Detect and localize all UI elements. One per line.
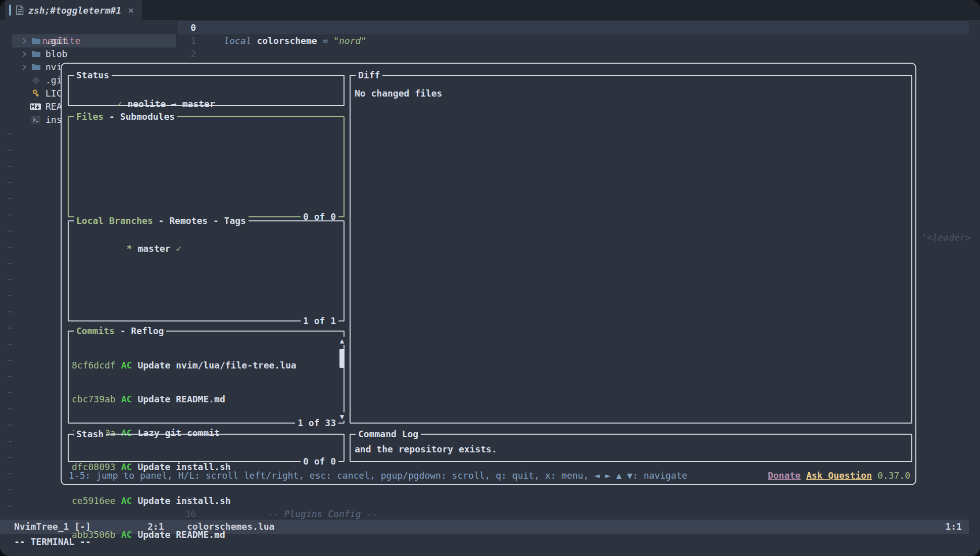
- panel-title-commits: Commits - Reflog: [74, 325, 166, 338]
- panel-commits[interactable]: Commits - Reflog 8cf6dcdfACUpdate nvim/l…: [68, 331, 345, 424]
- close-icon[interactable]: ×: [128, 5, 134, 15]
- commits-count: 1 of 33: [295, 416, 338, 430]
- commit-row[interactable]: 8cf6dcdfACUpdate nvim/lua/file-tree.lua: [72, 359, 344, 372]
- panel-title-status[interactable]: Status: [74, 69, 112, 82]
- keybindings-text: 1-5: jump to panel, H/L: scroll left/rig…: [69, 469, 688, 482]
- key-icon: [31, 89, 40, 98]
- code-line[interactable]: local colorscheme = "nord": [202, 21, 366, 34]
- folder-icon: [31, 36, 41, 45]
- tree-item-install[interactable]: ins: [0, 113, 22, 126]
- folder-icon: [31, 63, 41, 72]
- version-label: 0.37.0: [877, 469, 910, 482]
- line-number: 2: [171, 48, 196, 61]
- panel-branches[interactable]: Local Branches - Remotes - Tags * master…: [68, 220, 345, 321]
- leader-pending-hint: '<leader>: [921, 231, 971, 244]
- code-line[interactable]: if colorscheme == "onedark" then: [202, 48, 399, 61]
- git-diamond-icon: [31, 76, 40, 85]
- diff-content: No changed files: [351, 88, 911, 99]
- panel-stash[interactable]: Stash 0 of 0: [68, 434, 345, 462]
- tree-item-nvim[interactable]: nvi: [0, 61, 22, 74]
- line-number: 1: [171, 34, 196, 48]
- chevron-right-icon: [21, 36, 27, 45]
- panel-title-diff[interactable]: Diff: [356, 69, 382, 82]
- tab-files[interactable]: Files: [76, 111, 104, 122]
- tab-label: zsh;#toggleterm#1: [28, 5, 121, 16]
- statusline-position-right: 1:1: [945, 520, 962, 534]
- tabline: zsh;#toggleterm#1 ×: [0, 0, 980, 20]
- chevron-right-icon: [21, 63, 27, 72]
- donate-link[interactable]: Donate: [768, 469, 801, 482]
- panel-title-files: Files - Submodules: [74, 110, 177, 123]
- commit-row[interactable]: cbc739abACUpdate README.md: [72, 393, 344, 405]
- tree-item-gitignore[interactable]: .gi: [0, 74, 22, 87]
- terminal-script-icon: [31, 115, 40, 124]
- panel-title-branches: Local Branches - Remotes - Tags: [74, 214, 249, 227]
- scroll-down-icon[interactable]: ▼: [337, 412, 347, 421]
- tab-local-branches[interactable]: Local Branches: [76, 215, 153, 226]
- panel-diff[interactable]: Diff No changed files: [350, 75, 912, 424]
- panel-command-log[interactable]: Command Log and the repository exists.: [350, 434, 912, 462]
- commit-row[interactable]: ce5916eeACUpdate install.sh: [72, 494, 344, 507]
- tree-item-blob[interactable]: blob: [0, 48, 22, 61]
- check-icon: ✓: [117, 99, 122, 109]
- current-branch-star: *: [127, 243, 138, 254]
- stash-count: 0 of 0: [301, 455, 338, 468]
- check-icon: ✓: [170, 243, 181, 254]
- commit-row[interactable]: abb3506bACUpdate README.md: [72, 528, 344, 541]
- tree-root[interactable]: neolite: [20, 21, 80, 34]
- tab-submodules[interactable]: - Submodules: [104, 111, 175, 122]
- folder-icon: [31, 50, 41, 59]
- panel-status[interactable]: Status ✓ neolite → master: [68, 75, 345, 106]
- scrollbar-thumb[interactable]: [339, 349, 345, 368]
- tab-reflog[interactable]: - Reflog: [115, 326, 164, 336]
- ask-question-link[interactable]: Ask Question: [806, 469, 872, 482]
- tab-toggleterm[interactable]: zsh;#toggleterm#1 ×: [5, 0, 142, 20]
- command-log-content: and the repository exists.: [351, 444, 911, 454]
- branch-row[interactable]: * master ✓: [69, 233, 344, 264]
- tree-item-license[interactable]: LIC: [0, 87, 22, 100]
- line-number: 0: [171, 21, 196, 34]
- lazygit-keybindings-bar: 1-5: jump to panel, H/L: scroll left/rig…: [69, 469, 910, 482]
- empty-line-tildes: ~~~~~~~~~~~~~~~~~~~~~~~~: [7, 126, 13, 514]
- panel-title-stash[interactable]: Stash: [74, 428, 106, 441]
- tab-remotes-tags[interactable]: - Remotes - Tags: [153, 215, 246, 226]
- tree-item-readme[interactable]: REA: [0, 100, 22, 113]
- panel-files[interactable]: Files - Submodules 0 of 0: [68, 116, 345, 217]
- file-icon: [16, 5, 24, 15]
- active-tab-indicator: [9, 5, 11, 16]
- commits-scrollbar[interactable]: ▲ ▼: [337, 337, 347, 421]
- panel-title-command-log[interactable]: Command Log: [356, 428, 421, 441]
- neovim-window: zsh;#toggleterm#1 × neolite .git blob nv…: [0, 0, 980, 556]
- markdown-icon: [29, 102, 41, 111]
- scroll-up-icon[interactable]: ▲: [337, 337, 347, 345]
- lazygit-float-window: Status ✓ neolite → master Files - Submod…: [61, 63, 916, 485]
- tree-item-git[interactable]: .git: [0, 34, 22, 48]
- tab-commits[interactable]: Commits: [76, 326, 115, 336]
- chevron-right-icon: [21, 50, 27, 59]
- branches-count: 1 of 1: [301, 314, 338, 328]
